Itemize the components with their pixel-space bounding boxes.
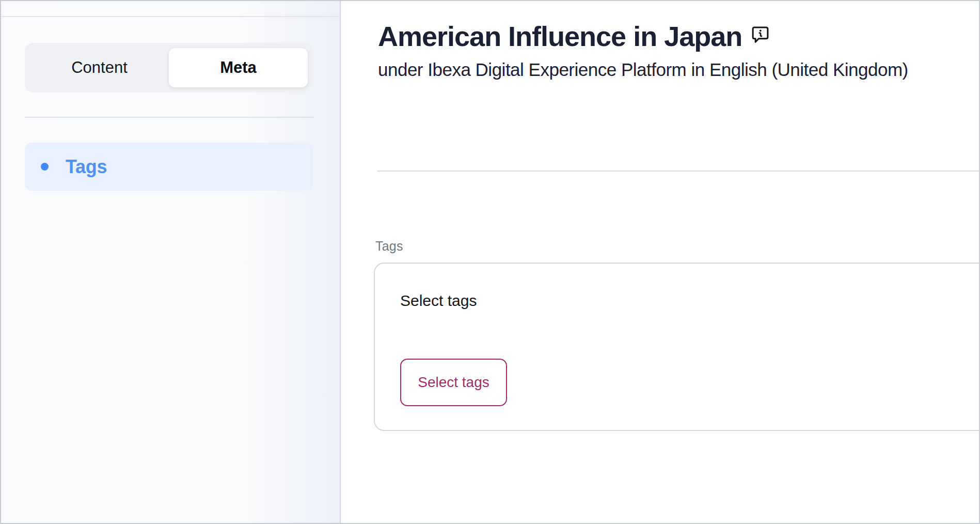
page-subtitle: under Ibexa Digital Experience Platform … bbox=[378, 57, 908, 82]
editor-window: Content Meta Tags American Influence in … bbox=[0, 0, 980, 524]
page-title: American Influence in Japan bbox=[378, 20, 742, 53]
dot-icon bbox=[41, 163, 49, 171]
sidebar: Content Meta Tags bbox=[1, 1, 341, 523]
tags-fieldset: Select tags Select tags bbox=[374, 263, 980, 431]
content-meta-tab-switcher: Content Meta bbox=[25, 43, 313, 93]
info-icon[interactable] bbox=[752, 26, 769, 44]
tab-content[interactable]: Content bbox=[30, 48, 169, 87]
sidebar-item-label: Tags bbox=[66, 156, 107, 178]
tags-field-label: Tags bbox=[375, 238, 403, 254]
tags-fieldset-title: Select tags bbox=[400, 291, 477, 311]
tab-meta[interactable]: Meta bbox=[169, 48, 308, 87]
main-content: American Influence in Japan under Ibexa … bbox=[342, 1, 979, 523]
info-speech-bubble-icon bbox=[752, 26, 769, 44]
select-tags-button[interactable]: Select tags bbox=[400, 359, 507, 406]
main-divider bbox=[377, 171, 979, 172]
sidebar-divider bbox=[25, 117, 314, 118]
sidebar-item-tags[interactable]: Tags bbox=[25, 143, 313, 191]
title-row: American Influence in Japan bbox=[378, 20, 969, 53]
sidebar-top-divider bbox=[1, 16, 340, 17]
